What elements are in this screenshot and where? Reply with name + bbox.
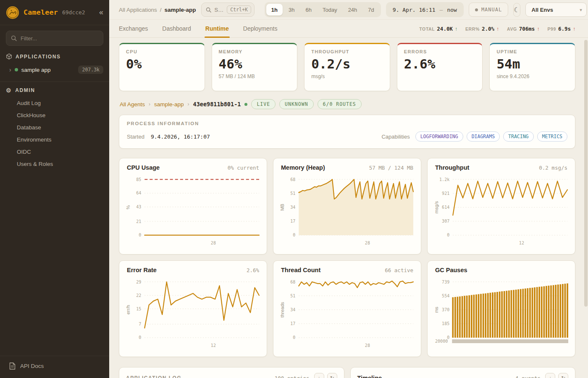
memory-heap-plot: 68513417028MB [279, 173, 415, 247]
build-version: 69dcce2 [62, 9, 85, 16]
svg-text:554: 554 [442, 294, 449, 298]
range-button-6h[interactable]: 6h [300, 4, 316, 16]
range-button-1h[interactable]: 1h [266, 4, 283, 16]
filter-input[interactable]: Filter... [6, 31, 103, 46]
dark-mode-toggle[interactable]: ☾ [513, 3, 520, 17]
chart-thread-count: Thread Count 66 active 68513417028thread… [273, 260, 421, 357]
sidebar-item-environments[interactable]: Environments [0, 134, 109, 146]
svg-text:185: 185 [442, 321, 449, 326]
range-button-3h[interactable]: 3h [284, 4, 299, 16]
stat-p99: P99 6.9s ↑ [547, 26, 575, 32]
svg-text:msg/s: msg/s [434, 201, 439, 213]
sidebar-item-audit-log[interactable]: Audit Log [0, 97, 109, 109]
api-docs-label: API Docs [20, 363, 44, 369]
chart-current-value: 0% current [228, 165, 259, 171]
svg-text:921: 921 [442, 191, 449, 196]
app-item-label: sample app [21, 67, 51, 73]
tab-exchanges[interactable]: Exchanges [119, 20, 148, 37]
breadcrumb-root-link[interactable]: All Applications [119, 7, 157, 13]
agent-id: 43ee9811b801-1 [193, 101, 241, 108]
svg-text:err/h: err/h [126, 305, 131, 315]
sidebar-item-sample-app[interactable]: › sample app 207.3k [0, 63, 109, 76]
search-icon [11, 35, 17, 41]
svg-text:20000: 20000 [435, 339, 448, 344]
chart-error-rate: Error Rate 2.6% 2922157012err/h [119, 260, 267, 357]
log-entries-count: 100 entries [275, 375, 310, 378]
refresh-button[interactable]: ↻ [558, 373, 568, 378]
download-button[interactable]: ↓ [545, 373, 555, 378]
throughput-plot: 1.2k921614307012msg/s [433, 173, 569, 247]
summary-stats: TOTAL 24.0K ↑ ERR% 2.0% ↑ AVG 706ms ↑ P9… [419, 20, 575, 37]
chart-current-value: 0.2 msg/s [539, 165, 567, 171]
svg-text:1.2k: 1.2k [439, 177, 449, 182]
scrollbar-thumb[interactable] [584, 40, 588, 307]
chart-memory-heap: Memory (Heap) 57 MB / 124 MB 68513417028… [273, 158, 421, 255]
capability-pill-diagrams: DIAGRAMS [467, 131, 500, 142]
app-status-dot [15, 68, 18, 71]
trend-up-icon: ↑ [496, 26, 499, 32]
sidebar-item-api-docs[interactable]: API Docs [0, 356, 109, 378]
download-button[interactable]: ↓ [314, 373, 324, 378]
sidebar-item-database[interactable]: Database [0, 121, 109, 134]
search-placeholder: S… [215, 7, 224, 13]
application-log-title: APPLICATION LOG [126, 375, 181, 378]
svg-text:34: 34 [290, 205, 295, 210]
live-status-pill: LIVE [251, 99, 276, 109]
env-selected-value: All Envs [532, 7, 553, 13]
manual-refresh-button[interactable]: MANUAL [469, 3, 508, 17]
collapse-sidebar-icon[interactable]: « [99, 8, 103, 17]
tab-dashboard[interactable]: Dashboard [162, 20, 191, 37]
tab-runtime[interactable]: Runtime [205, 20, 229, 37]
expand-chevron-icon[interactable]: › [9, 66, 11, 73]
bottom-panels: APPLICATION LOG 100 entries ↓ ↻ Timeline… [119, 367, 575, 378]
refresh-icon: ↻ [330, 375, 334, 378]
sidebar-item-users-roles[interactable]: Users & Roles [0, 158, 109, 170]
breadcrumb-current: sample-app [165, 7, 196, 13]
chevron-right-icon: › [149, 101, 150, 107]
search-icon [206, 7, 211, 13]
routes-pill: 6/0 ROUTES [318, 99, 362, 109]
all-agents-link[interactable]: All Agents [120, 101, 145, 108]
sidebar-header: Cameleer 69dcce2 « [0, 0, 109, 25]
svg-text:370: 370 [442, 307, 449, 312]
range-button-today[interactable]: Today [318, 4, 342, 16]
timeline-events-count: 4 events [515, 375, 541, 378]
download-icon: ↓ [318, 375, 320, 378]
trend-up-icon: ↑ [573, 26, 575, 32]
scrollbar[interactable] [584, 40, 588, 377]
metric-card-throughput: THROUGHPUT 0.2/s msg/s [304, 43, 390, 91]
tab-deployments[interactable]: Deployments [243, 20, 278, 37]
date-range-display[interactable]: 9. Apr. 16:11 — now [386, 2, 464, 17]
refresh-button[interactable]: ↻ [327, 373, 337, 378]
svg-text:21: 21 [136, 219, 141, 224]
sidebar-item-oidc[interactable]: OIDC [0, 146, 109, 158]
breadcrumb: All Applications / sample-app [119, 7, 196, 13]
process-info-header: PROCESS INFORMATION [127, 121, 567, 126]
process-information-panel: PROCESS INFORMATION Started 9.4.2026, 16… [119, 115, 575, 149]
started-value: 9.4.2026, 16:17:07 [151, 134, 210, 140]
app-root: Cameleer 69dcce2 « Filter... APPLICATION… [0, 0, 588, 378]
metric-card-errors: ERRORS 2.6% [397, 43, 483, 91]
svg-text:51: 51 [290, 294, 295, 298]
page-content: CPU 0% MEMORY 46% 57 MB / 124 MB THROUGH… [109, 38, 588, 378]
chevron-down-icon: ▾ [580, 8, 582, 12]
environment-select[interactable]: All Envs ▾ [525, 3, 587, 17]
svg-text:0: 0 [447, 233, 449, 237]
gc-pauses-plot: 7395543701850ms20000 [433, 275, 569, 349]
topbar: All Applications / sample-app S… Ctrl+K … [109, 0, 588, 20]
moon-icon: ☾ [514, 6, 520, 14]
global-search-input[interactable]: S… Ctrl+K [201, 3, 255, 17]
agent-app-link[interactable]: sample-app [154, 101, 184, 108]
svg-text:307: 307 [442, 219, 449, 223]
sidebar-item-clickhouse[interactable]: ClickHouse [0, 109, 109, 121]
search-shortcut-kbd: Ctrl+K [227, 5, 251, 14]
admin-header-label: ADMIN [15, 87, 35, 93]
chart-current-value: 2.6% [247, 267, 259, 273]
chart-title: Thread Count [281, 267, 320, 273]
range-button-24h[interactable]: 24h [343, 4, 362, 16]
main-area: All Applications / sample-app S… Ctrl+K … [109, 0, 588, 378]
chart-gc-pauses: GC Pauses 7395543701850ms20000 [427, 260, 575, 357]
svg-text:0: 0 [293, 335, 295, 340]
range-button-7d[interactable]: 7d [363, 4, 379, 16]
chart-title: Error Rate [127, 267, 157, 273]
